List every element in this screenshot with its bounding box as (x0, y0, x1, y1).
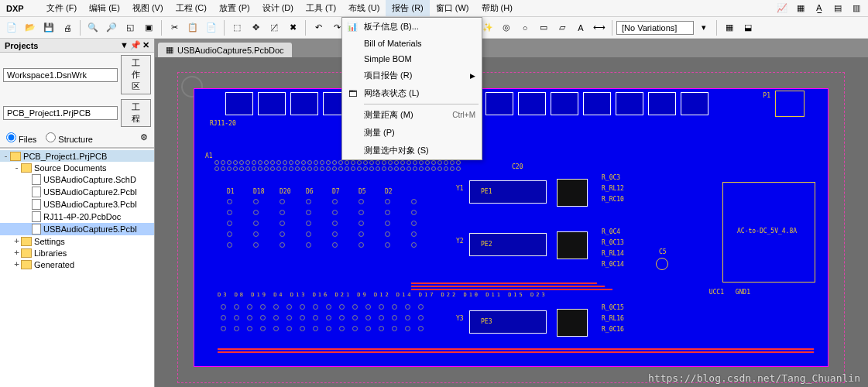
pad (286, 326, 292, 331)
menu-project[interactable]: 工程 (C) (170, 0, 213, 16)
zoom-sel-icon[interactable]: ◱ (122, 19, 139, 36)
tool-line-icon[interactable]: 📈 (774, 0, 791, 17)
sheet-icon[interactable]: ▣ (140, 19, 157, 36)
connector (258, 92, 286, 115)
variation-icon[interactable]: ▾ (695, 19, 712, 36)
menu-place[interactable]: 放置 (P) (213, 0, 256, 16)
pad (221, 326, 226, 331)
workspace-input[interactable] (3, 68, 118, 82)
dim-icon[interactable]: ⟷ (591, 19, 608, 36)
tree-node[interactable]: USBAudioCapture5.PcbI (0, 223, 154, 235)
menu-help[interactable]: 帮助 (H) (475, 0, 519, 16)
pad (227, 242, 232, 248)
clear-icon[interactable]: ✖ (284, 19, 301, 36)
text-icon[interactable]: A (572, 19, 589, 36)
menu-measure-distance[interactable]: 测量距离 (M)Ctrl+M (342, 106, 482, 124)
close-icon[interactable]: ✕ (142, 40, 149, 50)
workspace-button[interactable]: 工作区 (121, 55, 151, 94)
undo-icon[interactable]: ↶ (310, 19, 327, 36)
pad (239, 166, 244, 171)
move-icon[interactable]: ✥ (247, 19, 264, 36)
pad (320, 160, 324, 165)
tree-node[interactable]: USBAudioCapture.SchD (0, 173, 154, 186)
menu-route[interactable]: 布线 (U) (342, 0, 386, 16)
pad (369, 160, 374, 165)
silk-label: PE2 (481, 241, 492, 248)
tree-node[interactable]: + Settings (0, 235, 154, 247)
tree-node[interactable]: USBAudioCapture3.PcbI (0, 198, 154, 211)
new-icon[interactable]: 📄 (3, 19, 20, 36)
pin-icon[interactable]: ▼ (120, 40, 129, 50)
doc-icon (32, 199, 41, 210)
tree-node[interactable]: - PCB_Project1.PrjPCB (0, 150, 154, 162)
dropdown-icon[interactable]: 📌 (130, 40, 141, 50)
pad (258, 160, 262, 165)
tree-node[interactable]: USBAudioCapture2.PcbI (0, 186, 154, 198)
menu-board-info[interactable]: 📊板子信息 (B)... (342, 18, 482, 36)
power-module: AC-to-DC_5V_4.8A (722, 182, 815, 283)
poly-icon[interactable]: ▱ (554, 19, 571, 36)
deselect-icon[interactable]: ⬚̸ (266, 19, 283, 36)
pad (437, 166, 442, 171)
pad (300, 315, 305, 320)
silk-label: R_0C15 (602, 304, 624, 311)
menu-tools[interactable]: 工具 (T) (300, 0, 342, 16)
project-button[interactable]: 工程 (121, 99, 151, 127)
doc-icon (32, 174, 41, 185)
menu-design[interactable]: 设计 (D) (256, 0, 300, 16)
save-icon[interactable]: 💾 (40, 19, 57, 36)
menu-file[interactable]: 文件 (F) (40, 0, 83, 16)
paste-icon[interactable]: 📄 (203, 19, 220, 36)
tool-grid-icon[interactable]: ▦ (792, 0, 809, 17)
menu-project-reports[interactable]: 项目报告 (R)▶ (342, 67, 482, 84)
tree-node[interactable]: + Libraries (0, 247, 154, 259)
menu-bom[interactable]: Bill of Materials (342, 36, 482, 51)
copy-icon[interactable]: 📋 (184, 19, 201, 36)
3d-icon[interactable]: ⬓ (739, 19, 756, 36)
gear-icon[interactable]: ⚙ (140, 132, 148, 144)
tool-layer-icon[interactable]: ▤ (829, 0, 846, 17)
menu-view[interactable]: 视图 (V) (126, 0, 170, 16)
pad (345, 166, 349, 171)
menu-edit[interactable]: 编辑 (E) (83, 0, 126, 16)
tool-layers2-icon[interactable]: ▥ (848, 0, 865, 17)
pad (227, 231, 232, 237)
open-icon[interactable]: 📂 (22, 19, 39, 36)
menu-simple-bom[interactable]: Simple BOM (342, 51, 482, 67)
tool-font-icon[interactable]: A̲ (811, 0, 828, 17)
zoom-area-icon[interactable]: 🔎 (103, 19, 120, 36)
pad (247, 304, 252, 310)
connector (648, 92, 676, 115)
pad (280, 242, 285, 248)
layers-icon[interactable]: ▦ (721, 19, 738, 36)
project-input[interactable] (3, 106, 118, 120)
pad (253, 199, 259, 204)
document-tab[interactable]: ▦ USBAudioCapture5.PcbDoc (158, 43, 292, 57)
menu-report[interactable]: 报告 (R) (386, 0, 429, 16)
menu-measure-selected[interactable]: 测量选中对象 (S) (342, 142, 482, 159)
menu-window[interactable]: 窗口 (W) (430, 0, 475, 16)
tree-node[interactable]: + Generated (0, 259, 154, 270)
zoom-fit-icon[interactable]: 🔍 (84, 19, 101, 36)
menu-measure[interactable]: 测量 (P) (342, 124, 482, 142)
rect-icon[interactable]: ▭ (535, 19, 552, 36)
silk-label: R_0C3 (602, 174, 620, 181)
pad-icon[interactable]: ○ (516, 19, 533, 36)
cut-icon[interactable]: ✂ (166, 19, 183, 36)
tree-node[interactable]: RJ11-4P-20.PcbDoc (0, 211, 154, 223)
pad (307, 160, 312, 165)
variations-dropdown[interactable]: [No Variations] (616, 21, 694, 35)
print-icon[interactable]: 🖨 (59, 19, 76, 36)
pcb-canvas[interactable]: P1 RJ11-20 A1 D1 D18 D20 D6 D7 D5 D2 Y1 … (155, 57, 868, 387)
pad (227, 160, 232, 165)
pad (245, 160, 250, 165)
via-icon[interactable]: ◎ (498, 19, 515, 36)
radio-structure[interactable]: Structure (46, 132, 93, 144)
app-logo[interactable]: DXP (3, 4, 40, 13)
capacitor (656, 258, 668, 270)
select-icon[interactable]: ⬚ (228, 19, 245, 36)
radio-files[interactable]: Files (6, 132, 36, 144)
pad (273, 304, 279, 310)
menu-netlist-status[interactable]: 🗔网络表状态 (L) (342, 84, 482, 102)
tree-node[interactable]: - Source Documents (0, 162, 154, 173)
